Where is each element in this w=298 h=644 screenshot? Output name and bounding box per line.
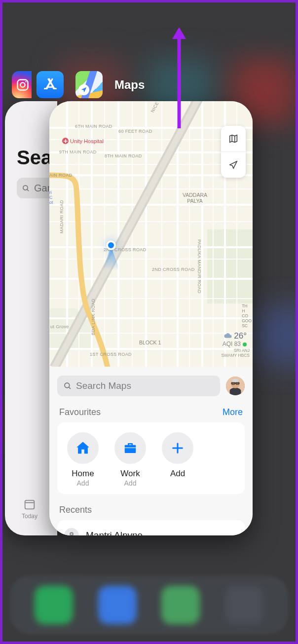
map-mode-button[interactable] (221, 126, 246, 152)
search-placeholder: Search Maps (76, 380, 131, 391)
area-label-right: THHCOGOOSC (242, 303, 252, 328)
place-label: ut Grove (50, 324, 69, 329)
maps-bottom-sheet: Search Maps Favourites More (49, 367, 253, 535)
app-switcher-card-maps[interactable]: 6TH MAIN ROAD 60 FEET ROAD 9TH MAIN ROAD… (49, 101, 253, 535)
favourites-more-link[interactable]: More (223, 407, 243, 417)
locate-me-button[interactable] (221, 152, 246, 178)
plus-icon (171, 441, 185, 455)
home-icon (74, 440, 91, 456)
favourite-add[interactable]: Add (156, 432, 199, 487)
road-label: 8TH MAIN ROAD (105, 153, 142, 158)
favourite-work[interactable]: Work Add (109, 432, 152, 487)
dock (10, 576, 288, 634)
favourites-heading: Favourites (59, 407, 101, 417)
profile-avatar[interactable] (226, 377, 245, 395)
area-label: VADDARAPALYA (183, 192, 207, 204)
road-label: 2ND CROSS ROAD (152, 267, 195, 272)
aqi-status-dot (243, 342, 247, 346)
svg-point-3 (20, 82, 25, 87)
briefcase-icon (123, 441, 138, 455)
road-label: BDA LINK ROAD (91, 299, 96, 335)
svg-rect-9 (207, 229, 253, 303)
search-icon (22, 184, 30, 192)
area-label-swamy: SRI ANJ SWAMY HBCS (221, 348, 250, 358)
recents-item-name: Mantri Alpyne (86, 530, 143, 535)
weather-widget[interactable]: 26° AQI 83 (223, 332, 247, 348)
svg-point-5 (23, 185, 28, 189)
search-maps-field[interactable]: Search Maps (57, 376, 220, 396)
road-label: AIN ROAD (49, 173, 73, 178)
map-canvas[interactable]: 6TH MAIN ROAD 60 FEET ROAD 9TH MAIN ROAD… (49, 101, 253, 367)
svg-point-40 (65, 383, 70, 388)
today-icon (23, 497, 37, 511)
map-icon (228, 133, 239, 144)
map-controls (221, 126, 246, 178)
area-label: BLOCK 1 (139, 340, 161, 345)
road-label: 9TH MAIN ROAD (59, 150, 97, 154)
instagram-icon (12, 71, 32, 98)
app-store-icon (37, 71, 64, 98)
pin-icon (64, 528, 79, 535)
favourite-home[interactable]: Home Add (61, 432, 105, 487)
svg-point-4 (25, 81, 27, 82)
favourites-card: Home Add Work Add Add (57, 422, 245, 494)
memoji-icon (226, 377, 245, 395)
recents-item[interactable]: Mantri Alpyne (57, 520, 245, 535)
poi-hospital[interactable]: Unity Hospital (62, 138, 104, 144)
current-location-dot (106, 240, 116, 250)
maps-app-title: Maps (114, 78, 145, 92)
road-label: 60 FEET ROAD (118, 129, 152, 134)
recents-heading: Recents (59, 505, 243, 515)
svg-rect-7 (25, 500, 35, 509)
road-label: PADUKA MANDIR ROAD (197, 239, 202, 294)
swipe-up-arrow-annotation (171, 27, 187, 128)
road-label: 1ST CROSS ROAD (90, 352, 132, 357)
app-switcher-header: Maps (12, 71, 145, 98)
road-label: MADARI ROAD (59, 200, 64, 233)
weather-icon (224, 333, 234, 340)
svg-line-6 (27, 189, 29, 190)
location-arrow-icon (228, 159, 239, 170)
svg-marker-1 (172, 27, 186, 39)
svg-line-41 (69, 387, 71, 389)
tab-today[interactable]: Today (22, 497, 37, 520)
road-label: 6TH MAIN ROAD (75, 124, 112, 129)
hospital-icon (62, 138, 69, 144)
poi-bmtc: riCot (49, 190, 53, 205)
search-icon (63, 381, 72, 390)
apple-maps-icon (75, 71, 103, 98)
